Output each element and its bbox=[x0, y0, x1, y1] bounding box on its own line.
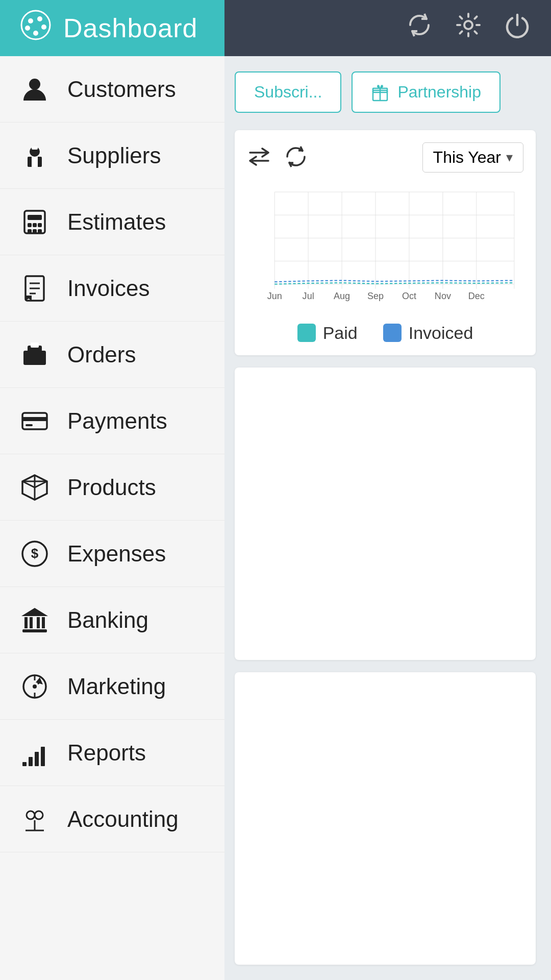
svg-rect-32 bbox=[24, 617, 28, 628]
action-buttons: Subscri... Partnership bbox=[235, 71, 536, 113]
sidebar-item-reports[interactable]: Reports bbox=[0, 720, 224, 786]
sidebar-item-suppliers[interactable]: Suppliers bbox=[0, 122, 224, 189]
transfer-icon[interactable] bbox=[247, 144, 271, 171]
sidebar-item-banking[interactable]: Banking bbox=[0, 587, 224, 653]
svg-text:Jun: Jun bbox=[267, 291, 282, 301]
sidebar-item-invoices-label: Invoices bbox=[67, 276, 149, 301]
refresh-icon[interactable] bbox=[406, 12, 433, 44]
svg-rect-34 bbox=[37, 617, 40, 628]
svg-rect-12 bbox=[28, 215, 42, 220]
svg-rect-15 bbox=[38, 223, 42, 227]
paid-color-swatch bbox=[297, 324, 316, 342]
legend-invoiced: Invoiced bbox=[383, 323, 473, 343]
chevron-down-icon: ▾ bbox=[506, 150, 513, 165]
sidebar-item-accounting[interactable]: Accounting bbox=[0, 786, 224, 852]
chart-legend: Paid Invoiced bbox=[247, 323, 523, 343]
svg-point-5 bbox=[33, 31, 38, 36]
svg-point-50 bbox=[464, 21, 472, 29]
sidebar-item-accounting-label: Accounting bbox=[67, 806, 179, 832]
dashboard-icon bbox=[20, 10, 51, 46]
subscribe-label: Subscri... bbox=[254, 83, 322, 102]
orders-icon bbox=[20, 340, 49, 369]
sidebar-item-payments[interactable]: Payments bbox=[0, 388, 224, 454]
calculator-icon bbox=[20, 208, 49, 236]
svg-marker-31 bbox=[21, 608, 48, 616]
svg-point-2 bbox=[37, 16, 42, 21]
blank-card-1 bbox=[235, 368, 536, 660]
svg-rect-35 bbox=[42, 617, 45, 628]
svg-rect-44 bbox=[35, 752, 39, 766]
svg-text:$: $ bbox=[31, 546, 39, 561]
topbar bbox=[224, 0, 551, 56]
sidebar-item-orders[interactable]: Orders bbox=[0, 322, 224, 388]
svg-rect-16 bbox=[28, 229, 32, 233]
reports-icon bbox=[20, 739, 49, 767]
period-selector[interactable]: This Year ▾ bbox=[422, 142, 523, 173]
sidebar: Dashboard Customers Suppliers bbox=[0, 0, 224, 980]
invoiced-label: Invoiced bbox=[409, 323, 473, 343]
sidebar-item-marketing-label: Marketing bbox=[67, 674, 166, 699]
sidebar-item-orders-label: Orders bbox=[67, 342, 136, 368]
blank-card-2 bbox=[235, 672, 536, 965]
chart-card: This Year ▾ bbox=[235, 130, 536, 355]
chart-controls: This Year ▾ bbox=[247, 142, 523, 173]
revenue-chart: Jun Jul Aug Sep Oct Nov Dec bbox=[247, 183, 523, 312]
sidebar-item-customers-label: Customers bbox=[67, 77, 176, 102]
svg-text:Aug: Aug bbox=[334, 291, 350, 301]
partnership-label: Partnership bbox=[397, 83, 481, 102]
content-area: Subscri... Partnership bbox=[224, 56, 551, 980]
sidebar-header[interactable]: Dashboard bbox=[0, 0, 224, 56]
subscribe-button[interactable]: Subscri... bbox=[235, 71, 341, 113]
banking-icon bbox=[20, 606, 49, 634]
svg-point-38 bbox=[33, 684, 37, 689]
power-icon[interactable] bbox=[504, 12, 531, 44]
sidebar-item-products[interactable]: Products bbox=[0, 454, 224, 521]
svg-rect-13 bbox=[28, 223, 32, 227]
marketing-icon bbox=[20, 672, 49, 701]
svg-rect-45 bbox=[41, 747, 45, 766]
sidebar-item-invoices[interactable]: Invoices bbox=[0, 255, 224, 322]
chart-refresh-icon[interactable] bbox=[284, 144, 308, 171]
sidebar-item-marketing[interactable]: Marketing bbox=[0, 653, 224, 720]
sidebar-item-estimates[interactable]: Estimates bbox=[0, 189, 224, 255]
svg-point-4 bbox=[25, 26, 30, 31]
sidebar-title: Dashboard bbox=[63, 13, 197, 43]
svg-text:Jul: Jul bbox=[303, 291, 314, 301]
person-icon bbox=[20, 75, 49, 104]
svg-text:Nov: Nov bbox=[435, 291, 451, 301]
paid-label: Paid bbox=[323, 323, 358, 343]
expenses-icon: $ bbox=[20, 540, 49, 568]
period-label: This Year bbox=[433, 148, 501, 167]
svg-rect-9 bbox=[32, 146, 38, 150]
svg-rect-27 bbox=[22, 417, 47, 421]
svg-rect-14 bbox=[33, 223, 37, 227]
sidebar-item-payments-label: Payments bbox=[67, 408, 167, 434]
invoiced-color-swatch bbox=[383, 324, 402, 342]
main-content: Subscri... Partnership bbox=[224, 0, 551, 980]
svg-text:Oct: Oct bbox=[402, 291, 416, 301]
svg-rect-23 bbox=[23, 351, 46, 365]
svg-rect-17 bbox=[33, 229, 37, 233]
sidebar-item-expenses-label: Expenses bbox=[67, 541, 166, 567]
svg-point-1 bbox=[28, 18, 33, 23]
legend-paid: Paid bbox=[297, 323, 358, 343]
svg-rect-10 bbox=[32, 157, 38, 167]
invoice-icon bbox=[20, 274, 49, 303]
partnership-button[interactable]: Partnership bbox=[352, 71, 500, 113]
sidebar-item-estimates-label: Estimates bbox=[67, 209, 166, 235]
svg-text:Sep: Sep bbox=[367, 291, 384, 301]
gift-icon bbox=[371, 83, 389, 102]
sidebar-item-reports-label: Reports bbox=[67, 740, 146, 766]
svg-rect-42 bbox=[22, 762, 27, 766]
sidebar-item-customers[interactable]: Customers bbox=[0, 56, 224, 122]
settings-icon[interactable] bbox=[455, 12, 482, 44]
svg-text:Dec: Dec bbox=[468, 291, 485, 301]
svg-rect-43 bbox=[29, 757, 33, 766]
accounting-icon bbox=[20, 805, 49, 834]
box-icon bbox=[20, 473, 49, 502]
sidebar-item-banking-label: Banking bbox=[67, 607, 148, 633]
payments-icon bbox=[20, 407, 49, 435]
svg-rect-25 bbox=[31, 342, 39, 348]
svg-point-47 bbox=[35, 811, 43, 819]
sidebar-item-expenses[interactable]: $ Expenses bbox=[0, 521, 224, 587]
